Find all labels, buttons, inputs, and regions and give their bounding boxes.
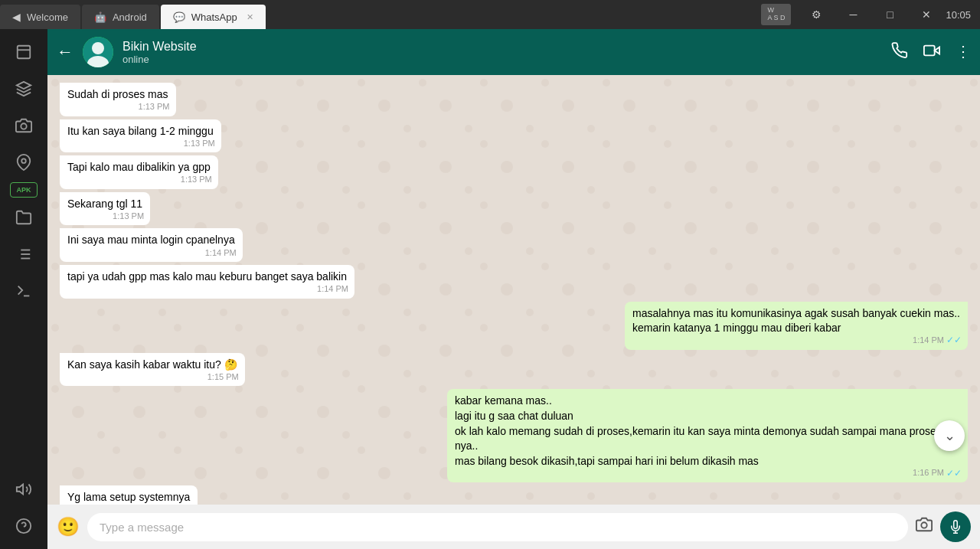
chat-input-area: 🙂 bbox=[47, 505, 980, 549]
phone-icon[interactable] bbox=[891, 42, 908, 63]
contact-info[interactable]: Bikin Website online bbox=[122, 40, 882, 65]
contact-name: Bikin Website bbox=[122, 40, 882, 54]
minimize-button[interactable]: ─ bbox=[835, 0, 871, 29]
settings-button[interactable]: ⚙ bbox=[799, 0, 834, 29]
sidebar-icon-location[interactable] bbox=[7, 145, 41, 179]
svg-marker-17 bbox=[935, 47, 939, 54]
camera-attach-button[interactable] bbox=[916, 516, 933, 538]
bubble-7: masalahnya mas itu komunikasinya agak su… bbox=[625, 302, 968, 350]
message-time-8: 1:15 PM bbox=[207, 371, 239, 383]
bubble-5: Ini saya mau minta login cpanelnya 1:14 … bbox=[60, 228, 243, 262]
message-time-3: 1:13 PM bbox=[181, 174, 212, 185]
keyboard-shortcut-display: WA S D bbox=[761, 4, 791, 25]
tab-welcome[interactable]: ◀ Welcome bbox=[0, 5, 80, 29]
svg-point-3 bbox=[21, 158, 26, 163]
sidebar-icon-help[interactable] bbox=[7, 509, 41, 543]
svg-marker-1 bbox=[17, 82, 31, 89]
tab-close-icon[interactable]: ✕ bbox=[247, 12, 253, 22]
message-text-4: Sekarang tgl 11 bbox=[67, 198, 142, 210]
message-time-1: 1:13 PM bbox=[139, 101, 170, 113]
message-time-4: 1:13 PM bbox=[113, 211, 144, 222]
message-6: tapi ya udah gpp mas kalo mau keburu ban… bbox=[60, 265, 354, 299]
mic-button[interactable] bbox=[940, 511, 971, 542]
tab-welcome-label: Welcome bbox=[27, 11, 68, 23]
whatsapp-icon: 💬 bbox=[173, 11, 185, 23]
sidebar-icon-apk[interactable]: APK bbox=[10, 182, 38, 198]
message-text-10: Yg lama setup systemnya bbox=[67, 491, 190, 503]
whatsapp-container: ← Bikin Website online ⋮ bbox=[47, 29, 980, 549]
contact-avatar bbox=[83, 37, 113, 67]
message-3: Tapi kalo mau dibalikin ya gpp 1:13 PM bbox=[60, 155, 218, 189]
more-options-icon[interactable]: ⋮ bbox=[956, 42, 971, 63]
back-icon: ◀ bbox=[12, 11, 21, 23]
sidebar-icon-terminal[interactable] bbox=[7, 274, 41, 308]
message-text-6: tapi ya udah gpp mas kalo mau keburu ban… bbox=[67, 270, 347, 283]
message-time-6: 1:14 PM bbox=[317, 283, 348, 295]
back-button[interactable]: ← bbox=[57, 42, 74, 62]
bubble-9: kabar kemana mas..lagi itu g saa chat du… bbox=[447, 389, 968, 482]
bubble-10: Yg lama setup systemnya 1:18 PM bbox=[60, 485, 198, 505]
svg-rect-0 bbox=[18, 46, 31, 59]
emoji-button[interactable]: 🙂 bbox=[57, 516, 80, 538]
android-icon: 🤖 bbox=[94, 11, 106, 23]
message-text-9: kabar kemana mas..lagi itu g saa chat du… bbox=[455, 394, 942, 466]
svg-point-19 bbox=[921, 522, 926, 528]
title-bar: ◀ Welcome 🤖 Android 💬 WhatsApp ✕ WA S D … bbox=[0, 0, 980, 29]
chat-body[interactable]: Sudah di proses mas 1:13 PM Itu kan saya… bbox=[47, 75, 980, 505]
message-text-2: Itu kan saya bilang 1-2 minggu bbox=[67, 125, 214, 137]
read-tick-7: ✓✓ bbox=[946, 334, 962, 347]
tab-whatsapp[interactable]: 💬 WhatsApp ✕ bbox=[161, 5, 266, 29]
messages-wrapper: Sudah di proses mas 1:13 PM Itu kan saya… bbox=[60, 83, 968, 505]
sidebar-icon-audio[interactable] bbox=[7, 472, 41, 506]
message-5: Ini saya mau minta login cpanelnya 1:14 … bbox=[60, 228, 243, 262]
tab-bar: ◀ Welcome 🤖 Android 💬 WhatsApp ✕ bbox=[0, 0, 267, 29]
sidebar-icon-browser[interactable] bbox=[7, 35, 41, 69]
maximize-button[interactable]: □ bbox=[872, 0, 907, 29]
svg-point-2 bbox=[21, 123, 26, 129]
bubble-2: Itu kan saya bilang 1-2 minggu 1:13 PM bbox=[60, 119, 221, 153]
tab-whatsapp-label: WhatsApp bbox=[191, 11, 237, 23]
message-time-5: 1:14 PM bbox=[205, 247, 237, 259]
close-button[interactable]: ✕ bbox=[909, 0, 944, 29]
bubble-4: Sekarang tgl 11 1:13 PM bbox=[60, 192, 150, 226]
message-1: Sudah di proses mas 1:13 PM bbox=[60, 83, 176, 116]
message-text-7: masalahnya mas itu komunikasinya agak su… bbox=[632, 307, 960, 335]
sidebar-icon-layers[interactable] bbox=[7, 72, 41, 106]
header-actions: ⋮ bbox=[891, 42, 971, 63]
app-sidebar: APK bbox=[0, 29, 47, 549]
clock: 10:05 bbox=[946, 9, 971, 21]
message-10: Yg lama setup systemnya 1:18 PM bbox=[60, 485, 198, 505]
message-2: Itu kan saya bilang 1-2 minggu 1:13 PM bbox=[60, 119, 221, 153]
svg-marker-11 bbox=[17, 485, 23, 495]
sidebar-icon-list[interactable] bbox=[7, 237, 41, 271]
message-time-7: 1:14 PM ✓✓ bbox=[913, 334, 962, 347]
message-text-8: Kan saya kasih kabar waktu itu? 🤔 bbox=[67, 358, 237, 371]
chat-header: ← Bikin Website online ⋮ bbox=[47, 29, 980, 75]
message-7: masalahnya mas itu komunikasinya agak su… bbox=[625, 302, 968, 350]
message-time-2: 1:13 PM bbox=[184, 138, 215, 149]
message-text-1: Sudah di proses mas bbox=[67, 88, 168, 100]
window-controls: WA S D ⚙ ─ □ ✕ 10:05 bbox=[761, 0, 980, 29]
bubble-8: Kan saya kasih kabar waktu itu? 🤔 1:15 P… bbox=[60, 353, 245, 387]
message-text-5: Ini saya mau minta login cpanelnya bbox=[67, 234, 235, 246]
video-icon[interactable] bbox=[923, 42, 940, 63]
tab-android-label: Android bbox=[113, 11, 147, 23]
message-time-9: 1:16 PM ✓✓ bbox=[913, 467, 962, 480]
scroll-down-button[interactable]: ⌄ bbox=[934, 420, 965, 451]
message-8: Kan saya kasih kabar waktu itu? 🤔 1:15 P… bbox=[60, 353, 245, 387]
read-tick-9: ✓✓ bbox=[946, 467, 962, 480]
message-4: Sekarang tgl 11 1:13 PM bbox=[60, 192, 150, 226]
svg-point-15 bbox=[92, 42, 104, 54]
svg-rect-18 bbox=[924, 45, 935, 55]
message-input[interactable] bbox=[87, 513, 908, 541]
bubble-3: Tapi kalo mau dibalikin ya gpp 1:13 PM bbox=[60, 155, 218, 189]
bubble-1: Sudah di proses mas 1:13 PM bbox=[60, 83, 176, 116]
message-9: kabar kemana mas..lagi itu g saa chat du… bbox=[447, 389, 968, 482]
message-text-3: Tapi kalo mau dibalikin ya gpp bbox=[67, 161, 211, 173]
contact-status: online bbox=[122, 54, 882, 65]
sidebar-icon-folder[interactable] bbox=[7, 201, 41, 234]
bubble-6: tapi ya udah gpp mas kalo mau keburu ban… bbox=[60, 265, 354, 299]
tab-android[interactable]: 🤖 Android bbox=[82, 5, 159, 29]
sidebar-icon-camera[interactable] bbox=[7, 109, 41, 142]
